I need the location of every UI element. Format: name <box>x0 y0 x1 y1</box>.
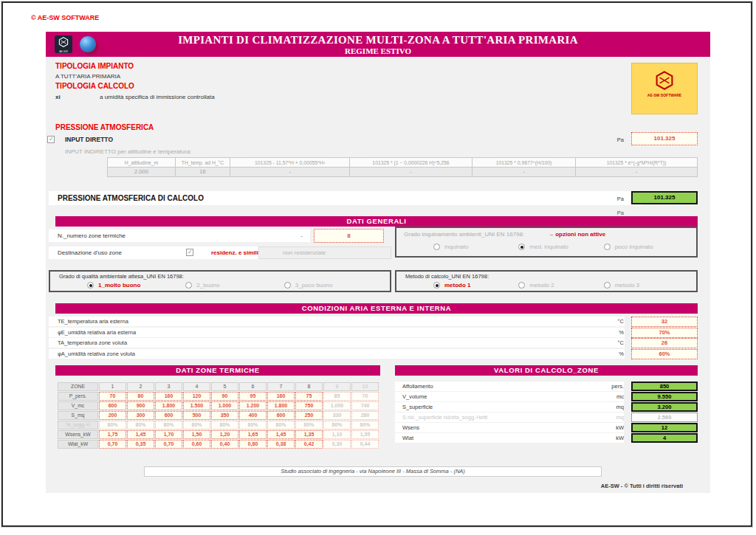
zone-cell[interactable]: 350 <box>211 411 238 420</box>
zone-cell[interactable]: 1.200 <box>239 401 267 410</box>
destinazione-inactive-option-box: non residenziale <box>258 246 391 259</box>
radio-option-metodo-3[interactable]: metodo 3 <box>604 282 689 289</box>
zone-cell[interactable]: 75 <box>295 392 323 401</box>
input-condizioni-0[interactable]: 32 <box>631 317 698 327</box>
zone-cell[interactable]: 160 <box>155 392 182 401</box>
pressione-calcolo-label: PRESSIONE ATMOSFERICA DI CALCOLO <box>58 191 204 205</box>
inquinamento-box: Grado inquinamento ambienti_UNI EN 16798… <box>395 227 698 258</box>
zone-cell[interactable]: 120 <box>183 392 210 401</box>
radio-button-icon[interactable] <box>284 282 291 289</box>
zone-cell[interactable]: 80 <box>127 392 154 401</box>
radio-option-poco-inquinato: poco inquinato <box>604 244 689 250</box>
software-logo-box: AE-SW SOFTWARE <box>631 63 698 114</box>
zone-cell[interactable]: 0,38 <box>267 440 295 449</box>
tipologia-impianto-value: A TUTT'ARIA PRIMARIA <box>55 73 120 80</box>
zone-cell[interactable]: 1,20 <box>211 430 238 439</box>
radio-label: 3_poco buono <box>295 282 333 289</box>
input-condizioni-2[interactable]: 26 <box>631 338 698 348</box>
valori-unit: mq <box>598 402 624 412</box>
press-table-header: H_altitudine_m <box>107 157 175 168</box>
zone-cell[interactable]: 500 <box>183 411 210 420</box>
zone-cell[interactable]: 0,42 <box>295 440 323 449</box>
dati-generali-banner: DATI GENERALI <box>55 216 698 227</box>
radio-button-icon[interactable] <box>87 282 94 289</box>
inquinamento-note: → opzioni non attive <box>548 231 605 238</box>
zone-header-9: 9 <box>323 382 351 391</box>
destinazione-checkbox[interactable] <box>186 249 193 256</box>
zone-cell[interactable]: 1.000 <box>211 401 238 410</box>
radio-button-icon[interactable] <box>518 282 525 289</box>
globe-logo-icon <box>80 36 96 52</box>
input-numero-zone[interactable]: 8 <box>314 229 384 243</box>
input-condizioni-3[interactable]: 60% <box>631 349 698 359</box>
zone-cell[interactable]: 70 <box>99 392 126 401</box>
page-title: IMPIANTI DI CLIMATIZZAZIONE MULTI-ZONA A… <box>46 32 710 47</box>
valori-label: Wsens <box>402 423 419 432</box>
radio-button-icon[interactable] <box>433 282 440 289</box>
radio-label: metodo 3 <box>615 282 639 289</box>
radio-option-2-buono[interactable]: 2_buono <box>185 282 284 289</box>
zone-cell[interactable]: 1.500 <box>183 401 210 410</box>
aesw-logo-icon: AE-SW <box>55 35 72 53</box>
radio-option-1-molto-buono[interactable]: 1_molto buono <box>87 282 185 289</box>
zone-cell[interactable]: 600 <box>267 411 295 420</box>
condizioni-row <box>49 349 625 359</box>
zone-header-10: 10 <box>351 382 379 391</box>
zone-cell[interactable]: 0,35 <box>127 440 154 449</box>
zone-table: ZONE12345678910P_pers.708016012090951607… <box>58 382 379 449</box>
zone-cell: 330 <box>323 411 351 420</box>
zone-cell[interactable]: 600 <box>155 411 182 420</box>
valori-row <box>395 423 624 432</box>
condizioni-label: φE_umidità relativa aria esterna <box>58 328 136 337</box>
zone-row-label: %_sogg.+l <box>58 421 98 429</box>
radio-option-metodo-2[interactable]: metodo 2 <box>518 282 603 289</box>
zone-cell[interactable]: 0,40 <box>211 440 238 449</box>
zone-cell[interactable]: 1,50 <box>183 430 210 439</box>
radio-label: metodo 1 <box>444 282 471 289</box>
press-table-value: - <box>575 168 698 177</box>
footer-studio-box: Studio associato di ingegneria - via Nap… <box>144 466 602 477</box>
zone-cell[interactable]: 750 <box>295 401 323 410</box>
zone-cell[interactable]: 1,75 <box>99 430 126 439</box>
zone-cell[interactable]: 1,45 <box>127 430 154 439</box>
zone-cell[interactable]: 0,60 <box>183 440 210 449</box>
aesw-logo-label: AE-SW <box>55 50 72 53</box>
zone-cell[interactable]: 1,35 <box>295 430 323 439</box>
zone-cell[interactable]: 1.800 <box>267 401 295 410</box>
zone-cell: 0,44 <box>351 440 379 449</box>
zone-cell[interactable]: 1,70 <box>155 430 182 439</box>
zone-cell[interactable]: 900 <box>127 401 154 410</box>
zone-cell[interactable]: 600 <box>99 401 126 410</box>
radio-button-icon[interactable] <box>604 282 611 289</box>
zone-cell[interactable]: 0,70 <box>99 440 126 449</box>
zone-cell[interactable]: 1,65 <box>239 430 267 439</box>
zone-cell[interactable]: 400 <box>239 411 267 420</box>
press-table-header: 101325 * 0,9877^(H/100) <box>472 157 575 168</box>
zone-cell: 80% <box>127 421 154 429</box>
qualita-label: Grado di qualità ambientale attesa_UNI E… <box>59 273 184 280</box>
radio-button-icon[interactable] <box>185 282 192 289</box>
radio-option-metodo-1[interactable]: metodo 1 <box>433 282 518 289</box>
zone-cell[interactable]: 200 <box>99 411 126 420</box>
input-diretto-checkbox[interactable] <box>47 136 55 143</box>
zone-cell[interactable]: 0,70 <box>155 440 182 449</box>
input-pressione-diretta[interactable]: 101.325 <box>631 132 698 145</box>
zone-cell[interactable]: 1.800 <box>155 401 182 410</box>
zone-cell[interactable]: 250 <box>295 411 323 420</box>
condizioni-unit: °C <box>598 317 624 326</box>
zone-cell[interactable]: 300 <box>127 411 154 420</box>
radio-label: inquinato <box>444 244 468 250</box>
radio-option-3-poco-buono[interactable]: 3_poco buono <box>284 282 382 289</box>
zone-cell[interactable]: 1,45 <box>267 430 295 439</box>
zone-row-label: S_mq <box>58 411 98 420</box>
condizioni-banner: CONDIZIONI ARIA ESTERNA E INTERNA <box>55 303 698 314</box>
aesw-hexagon-icon <box>655 71 674 90</box>
zone-cell[interactable]: 95 <box>239 392 267 401</box>
zone-cell[interactable]: 160 <box>267 392 295 401</box>
input-condizioni-1[interactable]: 70% <box>631 328 698 338</box>
condizioni-row <box>49 338 625 348</box>
destinazione-label: Destinazione d'uso zone <box>58 246 122 259</box>
zone-cell[interactable]: 90 <box>211 392 238 401</box>
zone-cell[interactable]: 0,80 <box>239 440 267 449</box>
zone-cell: 740 <box>351 401 379 410</box>
